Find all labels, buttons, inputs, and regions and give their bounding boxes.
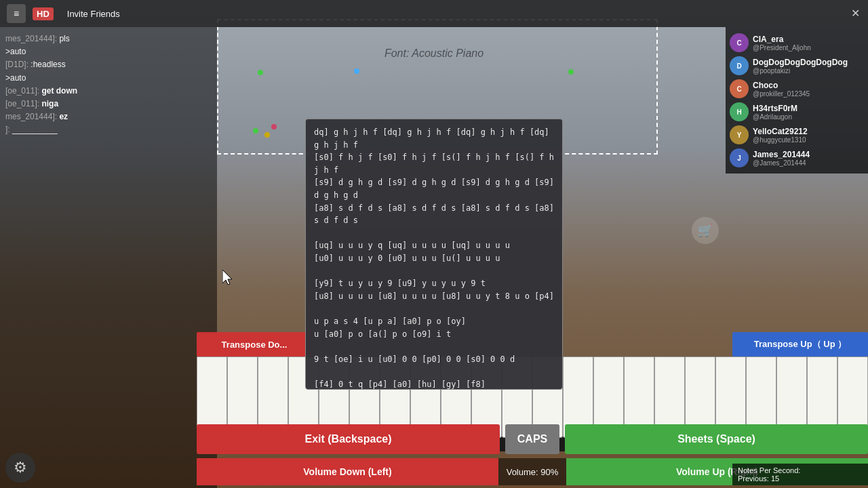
nps-previous-label: Previous: 15 (738, 474, 863, 483)
transpose-up-button[interactable]: Transpose Up（ Up ） (732, 332, 868, 357)
caps-button[interactable]: CAPS (505, 424, 559, 454)
invite-friends-button[interactable]: Invite Friends (60, 6, 127, 22)
avatar: J (730, 148, 749, 167)
note-dot (253, 128, 258, 134)
avatar: C (730, 79, 749, 98)
user-handle: @President_Aljohn (753, 44, 811, 52)
chat-line: [oe_011]: get down (5, 85, 212, 98)
avatar: Y (730, 125, 749, 144)
chat-line: ]: __________ (5, 123, 212, 136)
menu-icon[interactable]: ≡ (7, 4, 26, 23)
cart-icon[interactable]: 🛒 (692, 217, 719, 244)
user-item: Y YelloCat29212 @huggycute1310 (730, 123, 864, 146)
note-dot (354, 68, 359, 74)
transpose-down-button[interactable]: Transpose Do... (197, 332, 312, 357)
user-handle: @Adrilaugon (753, 113, 797, 121)
chat-line: mes_201444]: pls (5, 33, 212, 45)
note-dot (271, 124, 277, 129)
avatar: C (730, 33, 749, 52)
chat-line: mes_201444]: ez (5, 110, 212, 123)
top-bar: ≡ HD Invite Friends ✕ (0, 0, 868, 27)
user-item: D DogDogDogDogDogDog @pooptakizi (730, 54, 864, 77)
username: DogDogDogDogDogDog (753, 58, 848, 67)
hd-badge: HD (33, 7, 54, 20)
user-item: J James_201444 @James_201444 (730, 146, 864, 169)
user-item: C Choco @prokiller_012345 (730, 77, 864, 100)
sheet-modal[interactable]: dq] g h j h f [dq] g h j h f [dq] g h j … (305, 119, 563, 390)
username: Choco (753, 81, 810, 90)
action-buttons-row: Exit (Backspace) CAPS Sheets (Space) (197, 424, 868, 454)
user-handle: @pooptakizi (753, 67, 848, 75)
settings-button[interactable]: ⚙ (5, 453, 35, 483)
note-dot (264, 132, 270, 138)
nps-panel: Notes Per Second: Previous: 15 (732, 464, 868, 485)
username: YelloCat29212 (753, 127, 808, 136)
close-button[interactable]: ✕ (848, 5, 863, 20)
chat-line: >auto (5, 72, 212, 85)
note-dot (258, 70, 263, 75)
chat-panel: mes_201444]: pls >auto [D1D]: :headless … (0, 27, 217, 488)
volume-down-button[interactable]: Volume Down (Left) (197, 458, 498, 485)
nps-current-label: Notes Per Second: (738, 466, 863, 474)
exit-button[interactable]: Exit (Backspace) (197, 424, 500, 454)
username: H34rtsF0rM (753, 104, 797, 113)
chat-line: >auto (5, 45, 212, 58)
users-panel: C CIA_era @President_Aljohn D DogDogDogD… (726, 27, 868, 174)
user-item: H H34rtsF0rM @Adrilaugon (730, 100, 864, 123)
user-handle: @prokiller_012345 (753, 90, 810, 98)
username: CIA_era (753, 35, 811, 44)
username: James_201444 (753, 150, 810, 159)
note-dot (568, 69, 574, 75)
volume-label: Volume: 90% (498, 458, 566, 485)
avatar: H (730, 102, 749, 121)
font-label: Font: Acoustic Piano (384, 47, 484, 60)
chat-line: [D1D]: :headless (5, 58, 212, 71)
user-handle: @James_201444 (753, 159, 810, 167)
user-handle: @huggycute1310 (753, 136, 808, 144)
sheets-button[interactable]: Sheets (Space) (565, 424, 868, 454)
user-item: C CIA_era @President_Aljohn (730, 31, 864, 54)
avatar: D (730, 56, 749, 75)
chat-line: [oe_011]: niga (5, 98, 212, 110)
sheet-content: dq] g h j h f [dq] g h j h f [dq] g h j … (314, 126, 554, 390)
